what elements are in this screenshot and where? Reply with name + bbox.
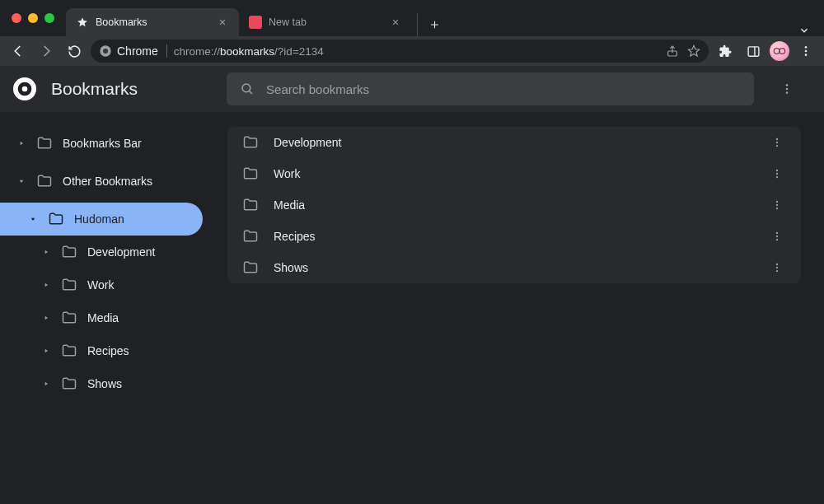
omnibox[interactable]: Chrome chrome://bookmarks/?id=2134 bbox=[91, 40, 709, 63]
reload-button[interactable] bbox=[63, 40, 86, 63]
tree-item-label: Bookmarks Bar bbox=[63, 137, 142, 150]
svg-point-31 bbox=[776, 270, 778, 272]
search-input[interactable] bbox=[266, 82, 741, 96]
browser-menu-button[interactable] bbox=[794, 40, 817, 63]
tab-title: New tab bbox=[269, 16, 382, 28]
svg-point-25 bbox=[776, 208, 778, 209]
folder-icon bbox=[61, 343, 77, 359]
svg-point-20 bbox=[776, 170, 778, 171]
svg-point-19 bbox=[776, 145, 778, 147]
chevron-right-icon[interactable] bbox=[43, 348, 51, 354]
tree-item-shows[interactable]: Shows bbox=[0, 367, 211, 400]
folder-icon bbox=[242, 134, 259, 151]
bookmark-name: Development bbox=[274, 136, 342, 149]
window-titlebar: Bookmarks New tab bbox=[0, 0, 824, 36]
tree-item-recipes[interactable]: Recipes bbox=[0, 334, 211, 367]
search-container bbox=[227, 72, 754, 105]
new-tab-button[interactable] bbox=[417, 13, 440, 36]
chevron-down-icon[interactable] bbox=[18, 178, 26, 184]
svg-point-6 bbox=[780, 49, 785, 54]
sidepanel-button[interactable] bbox=[742, 40, 765, 63]
tab-title: Bookmarks bbox=[96, 16, 209, 28]
chevron-right-icon[interactable] bbox=[43, 380, 51, 387]
folder-tree: Bookmarks BarOther BookmarksHudomanDevel… bbox=[0, 112, 211, 504]
svg-point-24 bbox=[776, 204, 778, 206]
chrome-icon bbox=[99, 44, 112, 58]
site-label: Chrome bbox=[117, 44, 158, 58]
chevron-right-icon[interactable] bbox=[43, 282, 51, 288]
close-icon[interactable] bbox=[389, 16, 402, 29]
svg-point-9 bbox=[805, 54, 808, 56]
bookmark-list: DevelopmentWorkMediaRecipesShows bbox=[227, 127, 801, 283]
url-text: chrome://bookmarks/?id=2134 bbox=[174, 45, 324, 58]
tree-item-bookmarks-bar[interactable]: Bookmarks Bar bbox=[0, 127, 211, 160]
svg-point-15 bbox=[786, 88, 789, 91]
folder-icon bbox=[36, 173, 53, 189]
window-maximize-button[interactable] bbox=[44, 13, 54, 23]
window-controls bbox=[0, 13, 66, 23]
folder-icon bbox=[61, 376, 77, 392]
row-menu-button[interactable] bbox=[771, 168, 786, 180]
share-icon[interactable] bbox=[666, 44, 679, 58]
tree-item-label: Development bbox=[87, 245, 156, 259]
svg-point-22 bbox=[776, 176, 778, 178]
row-menu-button[interactable] bbox=[771, 262, 786, 273]
folder-icon bbox=[61, 277, 77, 293]
site-identity[interactable]: Chrome bbox=[99, 44, 167, 58]
folder-icon bbox=[61, 244, 77, 260]
chevron-right-icon[interactable] bbox=[43, 249, 51, 255]
tab-bookmarks[interactable]: Bookmarks bbox=[66, 8, 239, 36]
bookmark-row[interactable]: Media bbox=[227, 189, 801, 221]
tree-item-label: Media bbox=[87, 311, 119, 324]
bookmark-row[interactable]: Development bbox=[227, 127, 801, 158]
window-minimize-button[interactable] bbox=[28, 13, 38, 23]
tree-item-label: Hudoman bbox=[74, 212, 124, 226]
page-title: Bookmarks bbox=[51, 79, 138, 99]
tree-item-label: Work bbox=[87, 278, 114, 292]
svg-point-26 bbox=[776, 232, 778, 234]
svg-line-13 bbox=[249, 91, 252, 94]
bookmark-row[interactable]: Recipes bbox=[227, 221, 801, 252]
tree-item-hudoman[interactable]: Hudoman bbox=[0, 203, 203, 236]
svg-point-18 bbox=[776, 142, 778, 143]
tab-overflow-button[interactable] bbox=[791, 25, 817, 36]
row-menu-button[interactable] bbox=[771, 199, 786, 211]
bookmark-name: Recipes bbox=[274, 230, 316, 243]
tree-item-other-bookmarks[interactable]: Other Bookmarks bbox=[0, 165, 211, 198]
svg-point-11 bbox=[22, 86, 28, 92]
folder-icon bbox=[48, 211, 64, 227]
svg-point-5 bbox=[774, 49, 780, 54]
chevron-right-icon[interactable] bbox=[43, 315, 51, 321]
window-close-button[interactable] bbox=[12, 13, 21, 23]
tab-new-tab[interactable]: New tab bbox=[239, 8, 412, 36]
app-menu-button[interactable] bbox=[777, 82, 797, 96]
chevron-right-icon[interactable] bbox=[18, 140, 26, 147]
tree-item-media[interactable]: Media bbox=[0, 301, 211, 334]
folder-icon bbox=[242, 197, 259, 213]
svg-point-16 bbox=[786, 91, 789, 94]
newtab-icon bbox=[249, 16, 262, 29]
row-menu-button[interactable] bbox=[771, 231, 786, 242]
browser-toolbar: Chrome chrome://bookmarks/?id=2134 bbox=[0, 36, 824, 66]
bookmark-name: Media bbox=[274, 198, 305, 212]
profile-avatar[interactable] bbox=[770, 41, 789, 61]
forward-button[interactable] bbox=[35, 40, 58, 63]
svg-point-1 bbox=[103, 49, 108, 54]
chevron-down-icon[interactable] bbox=[30, 216, 38, 222]
close-icon[interactable] bbox=[216, 16, 229, 29]
svg-point-14 bbox=[786, 84, 789, 86]
search-icon bbox=[240, 82, 255, 96]
extensions-button[interactable] bbox=[714, 40, 737, 63]
svg-point-7 bbox=[805, 46, 808, 49]
bookmark-star-icon[interactable] bbox=[687, 44, 700, 58]
bookmark-row[interactable]: Work bbox=[227, 158, 801, 189]
bookmarks-app: Bookmarks Bookmarks BarOther BookmarksHu… bbox=[0, 66, 824, 504]
back-button[interactable] bbox=[7, 40, 30, 63]
folder-icon bbox=[242, 166, 259, 182]
row-menu-button[interactable] bbox=[771, 137, 786, 148]
tree-item-development[interactable]: Development bbox=[0, 236, 211, 268]
svg-point-27 bbox=[776, 236, 778, 237]
tree-item-work[interactable]: Work bbox=[0, 268, 211, 301]
bookmark-row[interactable]: Shows bbox=[227, 252, 801, 283]
star-icon bbox=[76, 16, 89, 29]
